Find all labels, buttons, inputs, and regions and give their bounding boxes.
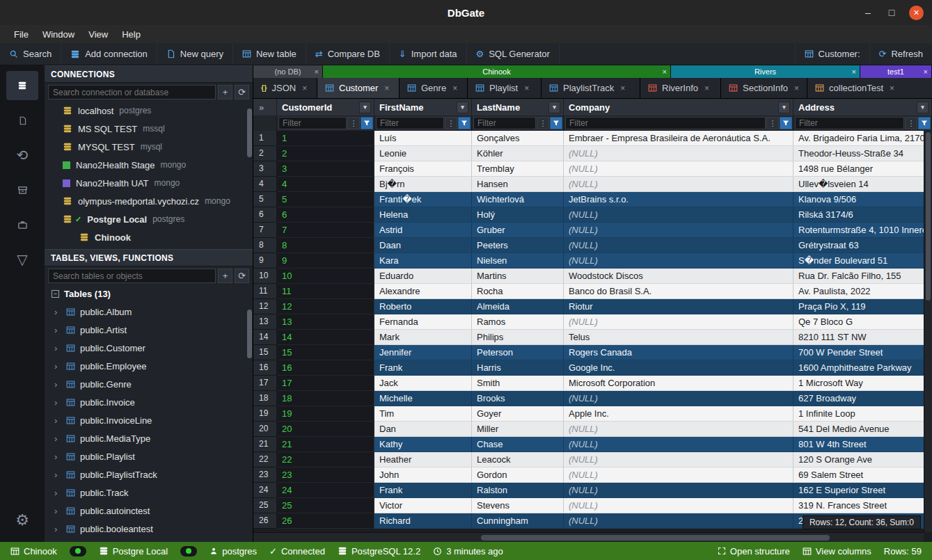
cell-firstname[interactable]: Frank [374,483,472,498]
menu-view[interactable]: View [81,27,115,42]
row-number[interactable]: 2 [253,146,277,161]
tables-search-input[interactable] [48,269,216,283]
cell-customerid[interactable]: 2 [277,146,374,161]
cell-firstname[interactable]: Franti�ek [374,192,472,207]
cell-customerid[interactable]: 17 [277,376,374,391]
toolbar-new-table[interactable]: New table [233,43,306,65]
cell-company[interactable]: (NULL) [564,146,793,161]
db-group-no-db[interactable]: (no DB)× [253,65,323,78]
filter-input-customerid[interactable] [278,117,347,129]
cell-firstname[interactable]: Helena [374,207,472,223]
expand-chevron-icon[interactable]: › [54,488,61,498]
cell-firstname[interactable]: Alexandre [374,284,472,299]
status-view-columns[interactable]: View columns [796,546,878,557]
cell-customerid[interactable]: 11 [277,284,374,299]
close-button[interactable]: × [909,6,924,20]
connection-localhost[interactable]: localhostpostgres [45,102,253,120]
connection-postgre-local[interactable]: ✓Postgre Localpostgres [45,210,253,228]
column-header-customerid[interactable]: CustomerId▾ [277,99,374,115]
cell-company[interactable]: (NULL) [564,483,793,498]
cell-address[interactable]: 627 Broadway [793,391,932,406]
cell-firstname[interactable]: Astrid [374,223,472,238]
filter-input-lastname[interactable] [473,117,536,129]
db-group-close-icon[interactable]: × [852,67,856,76]
cell-address[interactable]: Ullev�lsveien 14 [793,177,932,192]
row-number[interactable]: 21 [253,437,277,452]
cell-lastname[interactable]: Holý [472,207,564,223]
filter-funnel-icon[interactable] [361,117,373,129]
cell-customerid[interactable]: 3 [277,161,374,177]
iconbar-cell-data[interactable]: ▽ [6,245,38,274]
cell-lastname[interactable]: Cunningham [472,513,564,529]
cell-lastname[interactable]: Martins [472,269,564,284]
tab-close-icon[interactable]: × [704,83,709,93]
status-chinook[interactable]: Chinook [4,546,63,557]
cell-company[interactable]: (NULL) [564,391,793,406]
row-number[interactable]: 1 [253,131,277,146]
vertical-scrollbar[interactable] [924,131,932,532]
tables-refresh-button[interactable]: ⟳ [235,269,249,283]
cell-customerid[interactable]: 19 [277,406,374,422]
horizontal-scrollbar[interactable] [253,532,924,542]
cell-firstname[interactable]: Heather [374,452,472,467]
cell-address[interactable]: Klanova 9/506 [793,192,932,207]
filter-menu-icon[interactable]: ⋮ [347,117,360,129]
expand-chevron-icon[interactable]: › [54,307,61,317]
row-number[interactable]: 26 [253,513,277,529]
cell-company[interactable]: Telus [564,330,793,345]
column-header-lastname[interactable]: LastName▾ [472,99,564,115]
cell-firstname[interactable]: Richard [374,513,472,529]
tab-close-icon[interactable]: × [890,83,894,93]
status-postgres[interactable]: postgres [203,546,263,557]
cell-firstname[interactable]: Mark [374,330,472,345]
tab-json[interactable]: {}JSON× [253,78,317,98]
table-public-mediatype[interactable]: ›public.MediaType [45,429,253,447]
filter-menu-icon[interactable]: ⋮ [766,117,779,129]
iconbar-plugins[interactable] [6,210,38,239]
cell-firstname[interactable]: François [374,161,472,177]
cell-customerid[interactable]: 9 [277,253,374,269]
status-led[interactable] [174,546,203,557]
cell-customerid[interactable]: 15 [277,345,374,360]
cell-firstname[interactable]: Eduardo [374,269,472,284]
tables-group-row[interactable]: − Tables (13) [45,285,253,303]
toolbar-customer[interactable]: Customer: [795,43,869,65]
cell-address[interactable]: Rilská 3174/6 [793,207,932,223]
connection-olympus-medportal-vychozi-cz[interactable]: olympus-medportal.vychozi.czmongo [45,192,253,210]
row-number[interactable]: 9 [253,253,277,269]
cell-lastname[interactable]: Leacock [472,452,564,467]
cell-address[interactable]: 1 Microsoft Way [793,376,932,391]
cell-address[interactable]: Qe 7 Bloco G [793,314,932,330]
tab-playlisttrack[interactable]: PlaylistTrack× [542,78,640,98]
cell-address[interactable]: 1 Infinite Loop [793,406,932,422]
filter-input-address[interactable] [795,117,904,129]
tab-close-icon[interactable]: × [302,83,307,93]
row-number[interactable]: 3 [253,161,277,177]
expand-chevron-icon[interactable]: › [54,343,61,353]
row-number[interactable]: 4 [253,177,277,192]
cell-customerid[interactable]: 1 [277,131,374,146]
cell-customerid[interactable]: 5 [277,192,374,207]
row-number[interactable]: 13 [253,314,277,330]
cell-firstname[interactable]: Victor [374,498,472,513]
cell-lastname[interactable]: Peterson [472,345,564,360]
cell-customerid[interactable]: 7 [277,223,374,238]
menu-help[interactable]: Help [115,27,148,42]
tab-close-icon[interactable]: × [384,83,389,93]
cell-lastname[interactable]: Ramos [472,314,564,330]
expand-chevron-icon[interactable]: › [54,506,61,516]
cell-company[interactable]: Embraer - Empresa Brasileira de Aeronáut… [564,131,793,146]
row-number[interactable]: 16 [253,360,277,376]
cell-lastname[interactable]: Brooks [472,391,564,406]
column-dropdown-icon[interactable]: ▾ [917,102,929,113]
cell-firstname[interactable]: John [374,467,472,483]
status-rows-59[interactable]: Rows: 59 [878,546,928,557]
cell-firstname[interactable]: Roberto [374,299,472,314]
row-number[interactable]: 18 [253,391,277,406]
cell-company[interactable]: (NULL) [564,177,793,192]
cell-customerid[interactable]: 25 [277,498,374,513]
toolbar-new-query[interactable]: New query [157,43,233,65]
row-number[interactable]: 10 [253,269,277,284]
db-group-close-icon[interactable]: × [315,67,319,76]
cell-company[interactable]: Google Inc. [564,360,793,376]
